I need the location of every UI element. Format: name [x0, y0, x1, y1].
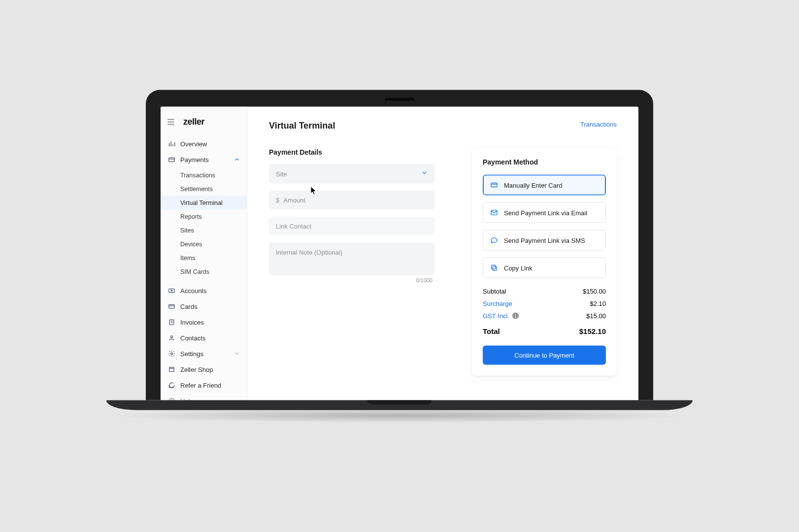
laptop-notch — [385, 98, 414, 101]
option-label: Send Payment Link via Email — [504, 209, 587, 216]
payment-details-heading: Payment Details — [269, 148, 434, 156]
help-icon — [167, 397, 175, 400]
transactions-link[interactable]: Transactions — [580, 121, 617, 131]
sidebar-item-cards[interactable]: Cards — [161, 299, 247, 314]
mouse-cursor — [310, 186, 317, 196]
gst-value: $15.00 — [586, 312, 606, 320]
payment-method-heading: Payment Method — [483, 158, 606, 166]
chevron-up-icon — [234, 157, 240, 163]
sidebar-item-devices[interactable]: Devices — [161, 237, 247, 251]
hamburger-icon[interactable] — [167, 119, 174, 125]
sidebar-item-items[interactable]: Items — [161, 251, 247, 265]
option-payment-link-sms[interactable]: Send Payment Link via SMS — [483, 230, 606, 251]
total-label: Total — [483, 327, 500, 335]
sidebar: zeller Overview Payments — [161, 107, 247, 400]
surcharge-value: $2.10 — [590, 300, 606, 307]
svg-point-6 — [170, 353, 172, 355]
continue-to-payment-button[interactable]: Continue to Payment — [483, 346, 606, 365]
shop-icon — [167, 366, 175, 373]
sidebar-label: Settings — [180, 350, 203, 357]
internal-note-placeholder: Internal Note (Optional) — [276, 249, 342, 256]
card-icon — [167, 302, 175, 310]
option-label: Manually Enter Card — [504, 181, 563, 189]
svg-rect-0 — [168, 158, 174, 162]
sidebar-item-transactions[interactable]: Transactions — [161, 168, 247, 182]
sidebar-label: Accounts — [180, 287, 206, 294]
option-payment-link-email[interactable]: Send Payment Link via Email — [483, 202, 606, 223]
sidebar-label: Refer a Friend — [180, 381, 221, 389]
link-contact-placeholder: Link Contact — [276, 223, 311, 230]
chat-icon — [490, 236, 498, 244]
subtotal-value: $150.00 — [583, 288, 606, 295]
option-copy-link[interactable]: Copy Link — [483, 258, 606, 278]
svg-point-5 — [170, 335, 172, 337]
info-icon: i — [512, 313, 519, 319]
gst-link[interactable]: GST Incl. i — [483, 312, 519, 320]
sidebar-item-payments[interactable]: Payments — [161, 152, 247, 167]
person-icon — [167, 334, 175, 342]
payment-summary: Subtotal $150.00 Surcharge $2.10 GST In — [483, 285, 606, 338]
sidebar-label: Zeller Shop — [180, 366, 213, 373]
sidebar-item-help[interactable]: Help — [161, 393, 247, 400]
card-icon — [490, 181, 498, 189]
sidebar-label: Overview — [180, 140, 207, 147]
chevron-down-icon — [421, 170, 428, 178]
option-label: Copy Link — [504, 264, 533, 271]
sidebar-label: Contacts — [180, 334, 205, 341]
svg-rect-8 — [491, 183, 497, 187]
sidebar-item-reports[interactable]: Reports — [161, 210, 247, 224]
site-select[interactable]: Site — [269, 164, 434, 184]
svg-rect-10 — [493, 266, 497, 270]
brand-logo: zeller — [183, 117, 204, 127]
app-screen: zeller Overview Payments — [161, 107, 638, 400]
note-char-counter: 0/1000 — [269, 277, 434, 283]
svg-rect-3 — [168, 304, 174, 308]
page-title: Virtual Terminal — [269, 121, 335, 131]
invoice-icon — [167, 318, 175, 326]
dollar-icon: $ — [276, 197, 279, 204]
sidebar-item-settings[interactable]: Settings — [161, 346, 247, 362]
mail-icon — [490, 209, 498, 217]
sidebar-item-sim-cards[interactable]: SIM Cards — [161, 265, 247, 279]
svg-rect-1 — [168, 289, 174, 293]
chevron-down-icon — [234, 351, 240, 357]
sidebar-label: Payments — [180, 156, 209, 163]
sidebar-label: Cards — [180, 302, 198, 310]
surcharge-link[interactable]: Surcharge — [483, 300, 512, 307]
subtotal-label: Subtotal — [483, 288, 506, 295]
sidebar-item-zeller-shop[interactable]: Zeller Shop — [161, 362, 247, 377]
wallet-icon — [167, 156, 175, 164]
amount-placeholder: Amount — [283, 197, 305, 204]
sidebar-label: Invoices — [180, 318, 204, 326]
chart-bar-icon — [167, 140, 175, 148]
sidebar-item-sites[interactable]: Sites — [161, 224, 247, 237]
link-contact-input[interactable]: Link Contact — [269, 217, 434, 236]
sidebar-item-invoices[interactable]: Invoices — [161, 314, 247, 330]
money-icon — [167, 287, 175, 295]
chat-icon — [167, 381, 175, 389]
sidebar-submenu-payments: Transactions Settlements Virtual Termina… — [161, 167, 247, 283]
svg-point-2 — [171, 290, 172, 291]
svg-rect-11 — [492, 265, 496, 269]
sidebar-item-settlements[interactable]: Settlements — [161, 182, 247, 196]
total-value: $152.10 — [579, 327, 606, 335]
sidebar-item-virtual-terminal[interactable]: Virtual Terminal — [161, 196, 247, 210]
sidebar-item-refer[interactable]: Refer a Friend — [161, 377, 247, 393]
laptop-shadow — [106, 408, 693, 423]
sidebar-item-accounts[interactable]: Accounts — [161, 283, 247, 299]
payment-details-column: Payment Details Site $ Amount — [269, 148, 434, 376]
sidebar-item-contacts[interactable]: Contacts — [161, 330, 247, 346]
payment-method-card: Payment Method Manually Enter Card — [472, 148, 617, 376]
amount-input[interactable]: $ Amount — [269, 191, 434, 210]
option-manual-card[interactable]: Manually Enter Card — [483, 175, 606, 196]
site-placeholder: Site — [276, 170, 287, 177]
internal-note-input[interactable]: Internal Note (Optional) — [269, 243, 434, 275]
copy-icon — [490, 264, 498, 272]
gear-icon — [167, 350, 175, 358]
option-label: Send Payment Link via SMS — [504, 236, 585, 244]
sidebar-item-overview[interactable]: Overview — [161, 136, 247, 152]
